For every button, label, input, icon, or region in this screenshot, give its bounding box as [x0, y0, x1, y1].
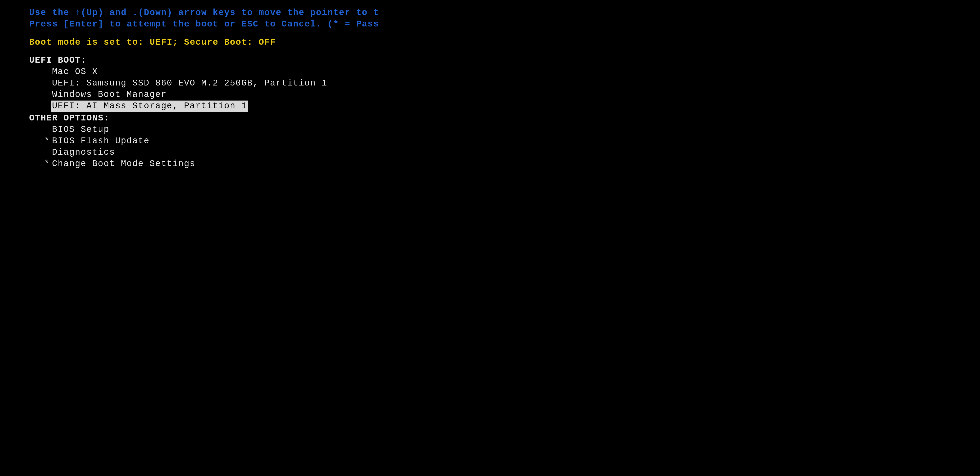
boot-item-samsung-ssd[interactable]: UEFI: Samsung SSD 860 EVO M.2 250GB, Par… — [51, 78, 328, 89]
boot-item-windows-boot-manager[interactable]: Windows Boot Manager — [51, 89, 168, 100]
other-item-bios-flash-update[interactable]: BIOS Flash Update — [51, 135, 150, 147]
other-item-change-boot-mode[interactable]: Change Boot Mode Settings — [51, 158, 196, 170]
boot-mode-status: Boot mode is set to: UEFI; Secure Boot: … — [29, 37, 980, 48]
password-marker-icon: * — [44, 158, 50, 170]
other-item-bios-setup[interactable]: BIOS Setup — [51, 124, 110, 135]
password-marker-icon: * — [44, 135, 50, 147]
help-text: Use the ↑(Up) and ↓(Down) arrow keys to … — [29, 7, 980, 30]
other-options-heading: OTHER OPTIONS: — [29, 113, 980, 124]
boot-item-ai-mass-storage[interactable]: UEFI: AI Mass Storage, Partition 1 — [51, 100, 248, 112]
help-line-2: Press [Enter] to attempt the boot or ESC… — [29, 19, 980, 30]
help-line-1: Use the ↑(Up) and ↓(Down) arrow keys to … — [29, 7, 980, 19]
uefi-boot-heading: UEFI BOOT: — [29, 55, 980, 66]
other-item-diagnostics[interactable]: Diagnostics — [51, 147, 116, 158]
boot-item-mac-os-x[interactable]: Mac OS X — [51, 66, 99, 78]
